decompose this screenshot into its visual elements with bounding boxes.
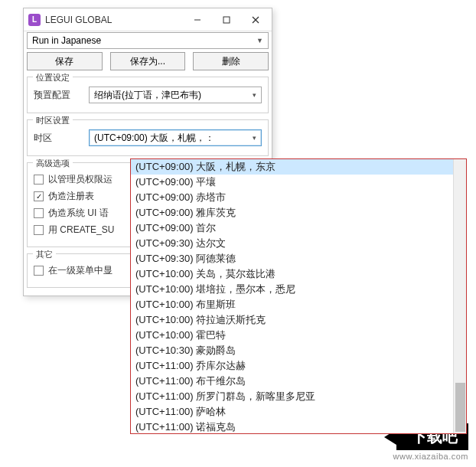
other-legend: 其它 — [33, 249, 56, 260]
maximize-button[interactable] — [212, 9, 241, 31]
location-legend: 位置设定 — [33, 72, 73, 83]
chevron-down-icon: ▾ — [253, 134, 256, 142]
timezone-combo[interactable]: (UTC+09:00) 大阪，札幌，： ▾ — [89, 129, 262, 146]
dropdown-item[interactable]: (UTC+09:00) 雅库茨克 — [131, 205, 453, 220]
checkbox-icon — [34, 266, 44, 276]
dropdown-item[interactable]: (UTC+09:00) 赤塔市 — [131, 190, 453, 205]
advanced-legend: 高级选项 — [33, 158, 73, 169]
dropdown-item[interactable]: (UTC+11:00) 诺福克岛 — [131, 420, 453, 433]
checkbox-icon — [34, 175, 44, 185]
dropdown-item[interactable]: (UTC+11:00) 所罗门群岛，新喀里多尼亚 — [131, 389, 453, 404]
chevron-down-icon: ▾ — [253, 91, 256, 99]
watermark-url: www.xiazaiba.com — [393, 452, 468, 461]
show-in-menu-label: 在一级菜单中显 — [48, 264, 112, 277]
timezone-legend: 时区设置 — [33, 115, 73, 126]
fake-registry-label: 伪造注册表 — [48, 190, 94, 203]
preset-combo-value: 绍纳语(拉丁语，津巴布韦) — [94, 89, 201, 102]
checkbox-icon — [34, 225, 44, 235]
dropdown-scrollbar[interactable] — [453, 159, 466, 433]
dropdown-item[interactable]: (UTC+10:00) 霍巴特 — [131, 328, 453, 343]
checkbox-icon — [34, 208, 44, 218]
dropdown-item[interactable]: (UTC+11:00) 萨哈林 — [131, 404, 453, 420]
dropdown-item[interactable]: (UTC+10:00) 堪培拉，墨尔本，悉尼 — [131, 282, 453, 297]
dropdown-item[interactable]: (UTC+09:00) 大阪，札幌，东京 — [131, 159, 453, 175]
dropdown-item[interactable]: (UTC+09:30) 达尔文 — [131, 236, 453, 251]
dropdown-item[interactable]: (UTC+11:00) 乔库尔达赫 — [131, 358, 453, 374]
chevron-down-icon: ▼ — [256, 37, 263, 44]
location-fieldset: 位置设定 预置配置 绍纳语(拉丁语，津巴布韦) ▾ — [27, 77, 269, 113]
save-as-button[interactable]: 保存为... — [110, 52, 186, 70]
dropdown-list: (UTC+09:00) 大阪，札幌，东京(UTC+09:00) 平壤(UTC+0… — [131, 159, 453, 433]
window-title: LEGUI GLOBAL — [45, 15, 183, 25]
dropdown-item[interactable]: (UTC+10:00) 关岛，莫尔兹比港 — [131, 266, 453, 282]
svg-rect-1 — [223, 17, 230, 23]
dropdown-item[interactable]: (UTC+09:30) 阿德莱德 — [131, 251, 453, 266]
timezone-label: 时区 — [34, 132, 89, 145]
timezone-dropdown[interactable]: (UTC+09:00) 大阪，札幌，东京(UTC+09:00) 平壤(UTC+0… — [130, 158, 467, 434]
language-select-value: Run in Japanese — [32, 35, 101, 46]
delete-button[interactable]: 删除 — [193, 52, 269, 70]
language-select[interactable]: Run in Japanese ▼ — [27, 32, 269, 49]
scrollbar-thumb[interactable] — [455, 383, 465, 432]
fake-ui-lang-label: 伪造系统 UI 语 — [48, 207, 109, 220]
timezone-combo-value: (UTC+09:00) 大阪，札幌，： — [94, 132, 214, 145]
close-button[interactable] — [241, 9, 270, 31]
preset-combo[interactable]: 绍纳语(拉丁语，津巴布韦) ▾ — [89, 87, 262, 103]
dropdown-item[interactable]: (UTC+10:00) 符拉迪沃斯托克 — [131, 312, 453, 328]
admin-rights-label: 以管理员权限运 — [48, 173, 112, 186]
dropdown-item[interactable]: (UTC+09:00) 首尔 — [131, 220, 453, 236]
dropdown-item[interactable]: (UTC+09:00) 平壤 — [131, 175, 453, 190]
timezone-fieldset: 时区设置 时区 (UTC+09:00) 大阪，札幌，： ▾ — [27, 119, 269, 156]
dropdown-item[interactable]: (UTC+10:00) 布里斯班 — [131, 297, 453, 312]
title-bar[interactable]: L LEGUI GLOBAL — [24, 8, 272, 31]
dropdown-item[interactable]: (UTC+10:30) 豪勋爵岛 — [131, 343, 453, 358]
dropdown-item[interactable]: (UTC+11:00) 布干维尔岛 — [131, 374, 453, 389]
checkbox-icon — [34, 191, 44, 201]
save-button[interactable]: 保存 — [27, 52, 103, 70]
create-su-label: 用 CREATE_SU — [48, 224, 114, 237]
preset-label: 预置配置 — [34, 89, 89, 102]
minimize-button[interactable] — [183, 9, 212, 31]
app-icon: L — [28, 14, 41, 26]
